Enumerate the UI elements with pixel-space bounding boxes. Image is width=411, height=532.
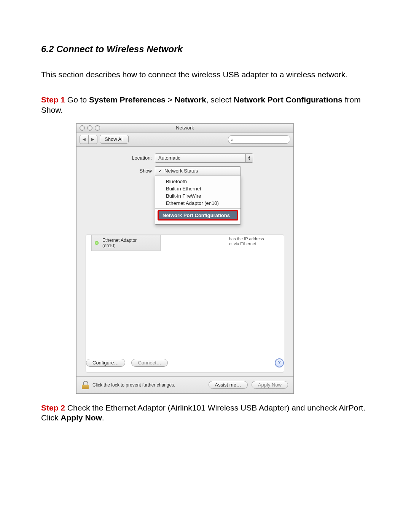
adapter-row[interactable]: Ethernet Adaptor (en10) (91, 235, 161, 251)
show-dropdown-menu: Bluetooth Built-in Ethernet Built-in Fir… (155, 175, 241, 225)
menu-divider (155, 208, 241, 209)
section-title: 6.2 Connect to Wireless Network (41, 44, 370, 54)
step1-seg5: Network Port Configurations (234, 95, 342, 104)
step2-seg1: Apply Now (61, 413, 102, 422)
adapter-name: Ethernet Adaptor (102, 238, 137, 243)
menu-item-builtin-firewire[interactable]: Built-in FireWire (155, 192, 241, 200)
step-1-label: Step 1 (41, 95, 65, 104)
step-1-block: Step 1 Go to System Preferences > Networ… (41, 95, 370, 115)
step1-seg2: > (166, 95, 175, 104)
apply-now-button[interactable]: Apply Now (252, 381, 288, 389)
menu-item-ethernet-adaptor[interactable]: Ethernet Adaptor (en10) (155, 200, 241, 207)
menu-item-bluetooth[interactable]: Bluetooth (155, 178, 241, 185)
location-row: Location: Automatic ▲▼ (82, 153, 288, 163)
window-toolbar: Show All ⌕ (76, 133, 293, 147)
step-2-block: Step 2 Check the Ethernet Adaptor (Airli… (41, 403, 370, 423)
select-caret-icon: ▲▼ (245, 154, 253, 162)
window-titlebar: Network (76, 124, 293, 133)
location-label: Location: (82, 155, 155, 161)
list-bottom-buttons: Configure… Connect… ? (86, 358, 284, 367)
window-footer: Click the lock to prevent further change… (76, 376, 293, 393)
location-select[interactable]: Automatic ▲▼ (155, 153, 253, 163)
nav-buttons[interactable] (80, 135, 97, 144)
lock-text: Click the lock to prevent further change… (92, 382, 175, 388)
assist-me-button[interactable]: Assist me… (209, 381, 248, 389)
show-label: Show (82, 166, 155, 174)
adapter-sub: (en10) (102, 243, 137, 248)
step1-seg3: Network (175, 95, 206, 104)
configure-button[interactable]: Configure… (86, 359, 125, 367)
window-panel: Location: Automatic ▲▼ Show ✓ Network St… (76, 147, 293, 376)
network-list-area: Ethernet Adaptor (en10) has the IP addre… (86, 235, 284, 372)
show-row: Show ✓ Network Status Bluetooth Built-in… (82, 166, 288, 225)
lock-icon[interactable] (82, 381, 89, 389)
checkmark-icon: ✓ (158, 168, 162, 174)
step1-seg1: System Preferences (89, 95, 166, 104)
step1-seg0: Go to (65, 95, 89, 104)
location-value: Automatic (158, 155, 180, 161)
intro-text: This section describes how to connect th… (41, 70, 370, 80)
search-input[interactable]: ⌕ (228, 135, 290, 144)
back-button[interactable] (80, 135, 88, 144)
highlight-box: Network Port Configurations (158, 210, 238, 220)
adapter-info-text: has the IP address et via Ethernet (229, 236, 279, 246)
step2-seg2: . (102, 413, 104, 422)
connect-button[interactable]: Connect… (131, 359, 167, 367)
step1-seg4: , select (206, 95, 234, 104)
menu-item-builtin-ethernet[interactable]: Built-in Ethernet (155, 185, 241, 192)
help-button[interactable]: ? (275, 358, 284, 367)
show-selected-option[interactable]: ✓ Network Status (155, 166, 241, 175)
show-select-open[interactable]: ✓ Network Status Bluetooth Built-in Ethe… (155, 166, 241, 225)
step-2-label: Step 2 (41, 403, 65, 412)
status-dot-icon (95, 241, 99, 245)
show-all-button[interactable]: Show All (100, 135, 129, 144)
window-title: Network (76, 125, 293, 131)
forward-button[interactable] (88, 135, 97, 144)
search-icon: ⌕ (231, 137, 233, 142)
menu-item-network-port-config[interactable]: Network Port Configurations (159, 211, 237, 219)
network-window: Network Show All ⌕ Location: Automatic ▲… (76, 123, 294, 394)
show-selected-label: Network Status (164, 168, 198, 174)
